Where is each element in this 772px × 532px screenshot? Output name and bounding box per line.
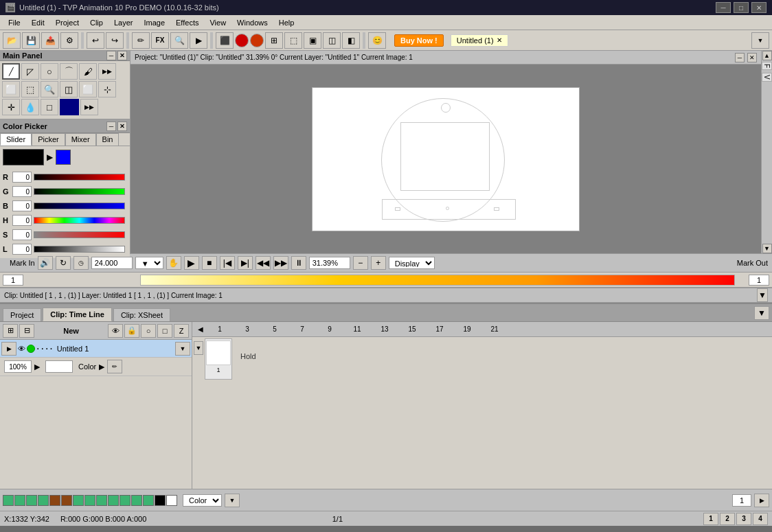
pause-button[interactable]: ⏸ bbox=[291, 256, 306, 270]
menu-image[interactable]: Image bbox=[138, 17, 170, 28]
current-frame-input[interactable] bbox=[3, 275, 23, 286]
layer-triangle[interactable]: ▶ bbox=[1, 342, 16, 356]
swatch-9[interactable] bbox=[96, 495, 107, 506]
layer-options[interactable]: ▼ bbox=[175, 342, 190, 356]
toolbar-layers[interactable]: ⬛ bbox=[216, 32, 234, 49]
menu-clip[interactable]: Clip bbox=[84, 17, 109, 28]
toolbar-undo[interactable]: ↩ bbox=[87, 32, 104, 49]
hand-tool[interactable]: ✋ bbox=[166, 256, 181, 270]
mute-button[interactable]: 🔊 bbox=[38, 256, 53, 270]
end-frame-input[interactable] bbox=[749, 275, 769, 286]
next-frame[interactable]: ▶| bbox=[238, 256, 253, 270]
opacity-input[interactable] bbox=[4, 360, 32, 373]
stop-button[interactable]: ■ bbox=[202, 256, 217, 270]
swatch-12[interactable] bbox=[131, 495, 142, 506]
layer-row-untitled1[interactable]: ▶ 👁 · · · · Untitled 1 ▼ bbox=[0, 340, 192, 358]
main-panel-close[interactable]: ✕ bbox=[117, 51, 127, 60]
toolbar-settings[interactable]: ⚙ bbox=[60, 32, 78, 49]
tool-expand[interactable]: ▶▶ bbox=[98, 63, 116, 80]
slider-r-input[interactable] bbox=[12, 172, 32, 183]
minimize-button[interactable]: ─ bbox=[716, 2, 731, 13]
slider-l-input[interactable] bbox=[12, 244, 32, 255]
toolbar-zoom[interactable]: 🔍 bbox=[170, 32, 188, 49]
play-button[interactable]: ▶ bbox=[184, 256, 199, 270]
tool-pen[interactable]: ╱ bbox=[2, 63, 20, 80]
swatch-5[interactable] bbox=[49, 495, 60, 506]
tool-line[interactable]: ◸ bbox=[21, 63, 39, 80]
swatch-11[interactable] bbox=[120, 495, 130, 506]
swatch-15[interactable] bbox=[166, 495, 177, 506]
menu-project[interactable]: Project bbox=[50, 17, 84, 28]
tool-fill[interactable]: 🖌 bbox=[79, 63, 97, 80]
toolbar-play[interactable]: ▶ bbox=[190, 32, 207, 49]
tool-select4[interactable]: ⊹ bbox=[98, 81, 116, 97]
slider-h-input[interactable] bbox=[12, 215, 32, 226]
page-tab-2[interactable]: 2 bbox=[720, 513, 735, 525]
menu-view[interactable]: View bbox=[204, 17, 231, 28]
slider-g-input[interactable] bbox=[12, 186, 32, 197]
tool-select[interactable]: ⬜ bbox=[2, 81, 20, 97]
viewport-minimize[interactable]: ─ bbox=[735, 53, 745, 62]
prev-frame[interactable]: |◀ bbox=[220, 256, 235, 270]
page-tab-1[interactable]: 1 bbox=[703, 513, 718, 525]
next-key[interactable]: ▶▶ bbox=[273, 256, 288, 270]
tool-lasso[interactable]: ⬚ bbox=[21, 81, 39, 97]
opacity-arrow[interactable]: ▶ bbox=[34, 362, 40, 371]
vert-label-f[interactable]: F bbox=[762, 62, 772, 70]
toolbar-fx[interactable]: FX bbox=[151, 32, 169, 49]
cp-collapse[interactable]: ─ bbox=[106, 122, 116, 131]
layer-opacity-icon[interactable]: ○ bbox=[141, 324, 156, 338]
swatch-8[interactable] bbox=[84, 495, 95, 506]
tab-project[interactable]: Project bbox=[3, 308, 41, 321]
tool-select3[interactable]: ⬜ bbox=[79, 81, 97, 97]
scroll-left[interactable]: ◀ bbox=[195, 325, 206, 333]
canvas-area[interactable] bbox=[130, 65, 761, 253]
fps-select[interactable]: ▼ bbox=[135, 257, 163, 269]
buy-now-button[interactable]: Buy Now ! bbox=[394, 34, 444, 47]
toolbar-tool7[interactable]: ◧ bbox=[342, 32, 360, 49]
slider-g-track[interactable] bbox=[34, 188, 125, 195]
bottom-panel-expand[interactable]: ▼ bbox=[754, 306, 769, 320]
toolbar-color1[interactable] bbox=[235, 34, 249, 47]
slider-b-track[interactable] bbox=[34, 203, 125, 209]
menu-windows[interactable]: Windows bbox=[231, 17, 273, 28]
slider-b-input[interactable] bbox=[12, 200, 32, 211]
tool-select2[interactable]: ◫ bbox=[60, 81, 78, 97]
menu-effects[interactable]: Effects bbox=[170, 17, 204, 28]
toolbar-face[interactable]: 😊 bbox=[368, 32, 386, 49]
scroll-down[interactable]: ▼ bbox=[762, 244, 772, 253]
scroll-up[interactable]: ▲ bbox=[762, 51, 772, 60]
zoom-input[interactable]: 31.39% bbox=[309, 257, 350, 269]
tool-arrow[interactable]: ▶▶ bbox=[80, 99, 98, 115]
slider-l-track[interactable] bbox=[34, 246, 125, 253]
layer-lock[interactable]: 🔒 bbox=[124, 324, 139, 338]
maximize-button[interactable]: □ bbox=[734, 2, 749, 13]
color-mode-arrow[interactable]: ▼ bbox=[225, 494, 240, 507]
status-expand[interactable]: ▼ bbox=[757, 288, 768, 302]
menu-edit[interactable]: Edit bbox=[26, 17, 50, 28]
bottom-scroll-right[interactable]: ▶ bbox=[754, 494, 769, 507]
tab-timeline[interactable]: Clip: Time Line bbox=[43, 308, 112, 321]
page-tab-4[interactable]: 4 bbox=[753, 513, 768, 525]
toolbar-save[interactable]: 💾 bbox=[22, 32, 40, 49]
toolbar-tool3[interactable]: ⊞ bbox=[265, 32, 283, 49]
viewport-close[interactable]: ✕ bbox=[747, 53, 757, 62]
tab-untitled1[interactable]: Untitled (1) ✕ bbox=[451, 34, 508, 47]
zoom-plus[interactable]: + bbox=[371, 256, 386, 270]
frame-scroll-btn[interactable]: ▼ bbox=[194, 341, 203, 355]
layer-color-btn[interactable]: □ bbox=[157, 324, 172, 338]
tool-eyedrop[interactable]: 💧 bbox=[21, 99, 39, 115]
swatch-13[interactable] bbox=[143, 495, 154, 506]
tool-rect[interactable]: □ bbox=[41, 99, 58, 115]
toolbar-open[interactable]: 📂 bbox=[3, 32, 21, 49]
color-arrow[interactable]: ▶ bbox=[99, 362, 104, 371]
layer-edit[interactable]: ✏ bbox=[107, 360, 122, 373]
frame-cell-1[interactable]: 1 bbox=[205, 338, 232, 380]
swatch-6[interactable] bbox=[61, 495, 72, 506]
swatch-3[interactable] bbox=[26, 495, 37, 506]
vert-label-v[interactable]: V bbox=[762, 73, 772, 82]
slider-r-track[interactable] bbox=[34, 174, 125, 181]
page-tab-3[interactable]: 3 bbox=[736, 513, 751, 525]
menu-layer[interactable]: Layer bbox=[109, 17, 139, 28]
toolbar-tool5[interactable]: ▣ bbox=[304, 32, 321, 49]
